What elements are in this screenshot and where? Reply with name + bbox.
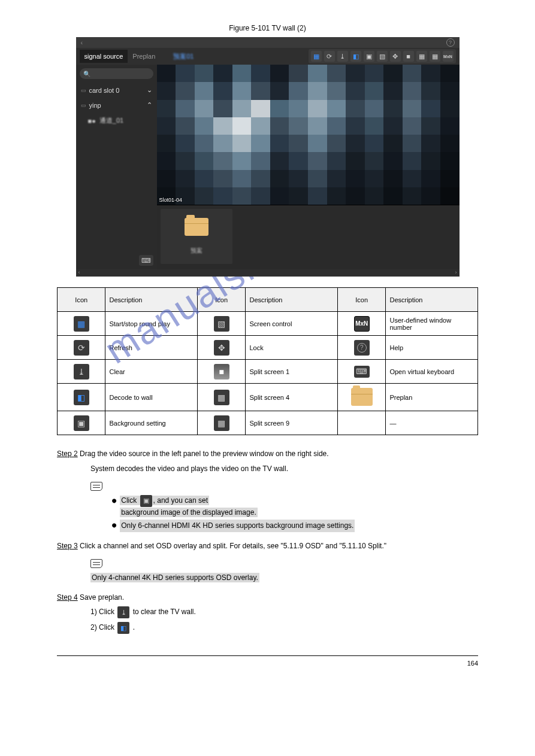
step-text: Drag the video source in the left panel … [80,450,329,458]
bullet-icon: ● [112,520,116,532]
main-area: Slot01-04 预案 [157,65,460,269]
icon-table: Icon Description Icon Description Icon D… [57,287,478,435]
refresh-icon: ⟳ [74,340,89,356]
note-bullet: ● Only 6-channel HDMI 4K HD series suppo… [112,520,478,532]
toolbar-split9-icon[interactable]: ▦ [430,51,440,62]
toolbar-lock-icon[interactable]: ✥ [390,51,401,62]
tree-label: card slot 0 [89,87,120,94]
video-slot-label: Slot01-04 [159,197,183,203]
split4-icon: ▦ [214,390,229,405]
cell-desc: Lock [246,336,338,360]
step-number: Step 3 [57,542,78,550]
figure-text: TV wall (2) [271,24,306,32]
table-row: ⟳ Refresh ✥ Lock ? Help [58,336,478,360]
step-text: System decodes the video and plays the v… [90,463,478,475]
toolbar-decode-icon[interactable]: ◧ [350,51,361,62]
cell-desc: — [386,411,478,435]
chevron-down-icon: ⌄ [147,86,152,94]
tab-signal-source[interactable]: signal source [80,50,128,63]
toolbar: ▦ ⟳ ⤓ ◧ ▣ ▧ ✥ ■ ▦ ▦ MxN [309,49,456,63]
scroll-left-icon[interactable]: ‹ [78,269,80,277]
toolbar-roundplay-icon[interactable]: ▦ [311,51,322,62]
decode-wall-icon: ◧ [74,390,89,405]
keyboard-icon[interactable]: ⌨ [139,255,153,266]
camera-icon: ■● [88,117,96,125]
back-chevron-icon[interactable]: ‹ [81,39,83,46]
substep-2: 2) Click [90,624,114,632]
toolbar-mxn-icon[interactable]: MxN [443,51,454,62]
step-4: Step 4 Save preplan. 1) Click ⤓ to clear… [57,592,478,634]
table-row: ▦ Start/stop round play ▧ Screen control… [58,312,478,336]
substep-1: 1) Click [90,608,114,617]
background-setting-icon: ▣ [140,495,152,507]
mxn-icon: MxN [354,316,370,332]
note-highlight: Only 6-channel HDMI 4K HD series support… [120,520,355,532]
note-seg: , and you can set [153,496,208,505]
preplan-folder-icon [351,388,373,406]
toolbar-split1-icon[interactable]: ■ [403,51,414,62]
preplan-strip: 预案 [157,205,460,269]
toolbar-clear-icon[interactable]: ⤓ [337,51,348,62]
search-input[interactable]: 🔍 [80,68,153,79]
note-bullet: ● Click ▣, and you can set background im… [112,495,478,518]
chevron-up-icon: ⌃ [147,101,152,109]
roundplay-icon: ▦ [74,316,89,332]
note-icon [90,559,102,568]
cell-desc: Decode to wall [105,384,198,411]
col-desc: Description [386,288,478,312]
table-row: ◧ Decode to wall ▦ Split screen 4 Prepla… [58,384,478,411]
toolbar-screencontrol-icon[interactable]: ▧ [377,51,388,62]
substep-2b: . [133,624,135,632]
cell-desc: Refresh [105,336,198,360]
folder-icon: ▭ [81,87,86,93]
folder-icon: ▭ [81,102,86,108]
decode-wall-icon: ◧ [117,622,129,634]
tab-active-plan[interactable]: 预案01 [168,49,198,64]
cell-desc: Screen control [246,312,338,336]
tab-preplan[interactable]: Preplan [128,50,160,63]
toolbar-split4-icon[interactable]: ▦ [416,51,427,62]
search-icon: 🔍 [83,71,90,77]
note-highlight: Only 4-channel 4K HD series supports OSD… [90,573,259,582]
cell-desc: Start/stop round play [105,312,198,336]
app-screenshot: ‹ ? signal source Preplan 预案01 ▦ ⟳ ⤓ ◧ ▣… [76,37,460,277]
video-content-pixelated [157,65,460,205]
tree-label: yinp [89,102,101,109]
background-setting-icon: ▣ [74,415,89,431]
clear-icon: ⤓ [117,606,129,618]
table-row: ⤓ Clear ■ Split screen 1 ⌨ Open virtual … [58,360,478,384]
table-row: ▣ Background setting ▦ Split screen 9 — [58,411,478,435]
figure-label: Figure 5-101 [229,24,270,32]
col-icon: Icon [337,288,385,312]
clear-icon: ⤓ [74,364,89,379]
cell-desc: Background setting [105,411,198,435]
scroll-right-icon[interactable]: › [455,269,457,277]
step-text: Click a channel and set OSD overlay and … [80,542,386,550]
cell-desc: Clear [105,360,198,384]
lock-icon: ✥ [214,340,229,356]
preplan-thumbnail[interactable]: 预案 [161,209,232,264]
page-number: 164 [467,660,478,667]
app-footer: ‹ › [76,269,460,277]
step-text: Save preplan. [78,593,124,602]
screen-control-icon: ▧ [214,316,229,332]
empty-cell [337,411,385,435]
tree-camera-label: 通道_01 [99,116,123,125]
page-footer: 164 [57,655,478,667]
note-highlight: background image of the displayed image. [120,508,257,517]
toolbar-refresh-icon[interactable]: ⟳ [324,51,335,62]
preplan-folder-icon [185,218,208,236]
cell-desc: Split screen 4 [246,384,338,411]
cell-desc: Preplan [386,384,478,411]
tree-yinp[interactable]: ▭yinp ⌃ [76,98,157,113]
figure-caption: Figure 5-101 TV wall (2) [57,24,478,32]
tree-card-slot[interactable]: ▭card slot 0 ⌄ [76,83,157,98]
tree-camera[interactable]: ■●通道_01 [76,113,157,129]
sidebar: 🔍 ▭card slot 0 ⌄ ▭yinp ⌃ ■●通道_01 ⌨ [76,65,157,269]
note-seg: Click [121,496,137,505]
step-3: Step 3 Click a channel and set OSD overl… [57,541,478,584]
help-icon[interactable]: ? [446,38,455,47]
video-preview[interactable]: Slot01-04 [157,65,460,205]
table-header-row: Icon Description Icon Description Icon D… [58,288,478,312]
toolbar-background-icon[interactable]: ▣ [364,51,374,62]
